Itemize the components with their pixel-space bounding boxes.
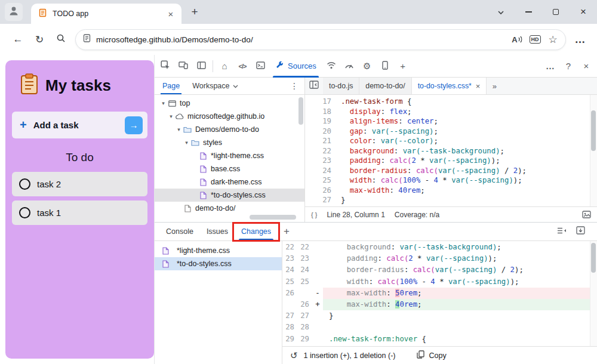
close-tab-icon[interactable]: ×: [476, 82, 481, 91]
tree-item-base.css[interactable]: base.css: [155, 162, 304, 175]
diff-lines: 2222 background: var(--task-background);…: [282, 242, 597, 345]
tree-item-Demosdemo-to-do[interactable]: ▾Demos/demo-to-do: [155, 123, 304, 136]
console-sidebar-icon[interactable]: [557, 226, 567, 237]
changed-file-label: *to-do-styles.css: [177, 260, 232, 268]
back-button[interactable]: ←: [7, 29, 29, 50]
add-drawer-tab-button[interactable]: +: [284, 226, 290, 237]
dock-drawer-icon[interactable]: [576, 226, 585, 237]
browser-window: TODO app × + × ← ↻ microsoftedge.github.…: [0, 0, 597, 364]
tree-item-top[interactable]: ▾top: [155, 97, 304, 110]
profile-button[interactable]: [5, 3, 23, 21]
refresh-button[interactable]: ↻: [29, 29, 50, 50]
line-number[interactable]: 17: [305, 97, 331, 107]
minimize-button[interactable]: [515, 0, 542, 24]
tree-item-to-do-styles.css[interactable]: *to-do-styles.css: [155, 189, 304, 202]
code-editor[interactable]: 1718192021222324252627 .new-task-form { …: [305, 95, 597, 206]
device-emulation-button[interactable]: [174, 56, 192, 76]
url-bar[interactable]: microsoftedge.github.io/Demos/demo-to-do…: [75, 29, 566, 50]
diff-line-number-new: 23: [297, 253, 312, 264]
window-close-button[interactable]: ×: [570, 0, 597, 24]
editor-tab-to-do.js[interactable]: to-do.js: [323, 78, 359, 94]
new-tab-button[interactable]: +: [186, 4, 203, 20]
diff-view[interactable]: 2222 background: var(--task-background);…: [282, 241, 597, 346]
line-number[interactable]: 18: [305, 107, 331, 117]
line-number[interactable]: 22: [305, 146, 331, 156]
browser-tab[interactable]: TODO app ×: [31, 4, 181, 24]
more-tools-button[interactable]: +: [394, 56, 412, 76]
editor-tab-demo-to-do[interactable]: demo-to-do/: [359, 78, 411, 94]
tab-sources[interactable]: Sources: [269, 55, 322, 78]
tab-page[interactable]: Page: [161, 78, 181, 94]
url-text[interactable]: microsoftedge.github.io/Demos/demo-to-do…: [96, 35, 508, 44]
tab-overflow-button[interactable]: »: [487, 78, 502, 94]
device-button[interactable]: [376, 56, 394, 76]
add-task-button[interactable]: + Add a task →: [12, 112, 147, 138]
task-checkbox[interactable]: [19, 207, 30, 218]
line-number[interactable]: 26: [305, 186, 331, 196]
tab-changes[interactable]: Changes: [235, 223, 278, 240]
clipboard-icon: [20, 73, 38, 97]
tree-item-light-theme.css[interactable]: *light-theme.css: [155, 149, 304, 162]
panel-layout-button[interactable]: [192, 56, 210, 76]
tab-console[interactable]: Console: [159, 223, 200, 240]
line-number[interactable]: 27: [305, 195, 331, 205]
submit-task-button[interactable]: →: [125, 116, 143, 134]
changed-file-light-theme.css[interactable]: *light-theme.css: [155, 244, 282, 257]
line-number[interactable]: 23: [305, 156, 331, 166]
line-number[interactable]: 24: [305, 166, 331, 176]
diff-code: border-radius: calc(var(--spacing) / 2);: [323, 264, 597, 276]
tree-item-dark-theme.css[interactable]: dark-theme.css: [155, 175, 304, 189]
browser-menu-button[interactable]: …: [570, 29, 591, 50]
tab-workspace[interactable]: Workspace: [192, 82, 238, 90]
elements-panel-button[interactable]: </>: [233, 56, 251, 76]
line-number[interactable]: 20: [305, 127, 331, 137]
diff-marker: [312, 242, 323, 253]
console-panel-button[interactable]: [251, 56, 269, 76]
scrollbar-thumb[interactable]: [591, 110, 596, 151]
line-number[interactable]: 25: [305, 175, 331, 186]
todo-section-title: To do: [12, 151, 147, 164]
scrollbar-thumb[interactable]: [298, 97, 303, 125]
scrollbar-thumb[interactable]: [591, 243, 596, 273]
diff-line-number-old: 24: [282, 264, 297, 276]
tab-issues[interactable]: Issues: [200, 223, 235, 240]
editor-tab-to-do-styles.css[interactable]: to-do-styles.css*×: [412, 78, 487, 94]
scrollbar-thumb[interactable]: [250, 215, 296, 220]
task-item[interactable]: task 1: [12, 200, 147, 225]
navigator-more-button[interactable]: ⋮: [290, 81, 298, 91]
devtools-drawer: Console Issues Changes + *light-theme.cs…: [155, 222, 597, 364]
tree-item-styles[interactable]: ▾styles: [155, 136, 304, 149]
editor-scrollbar[interactable]: [590, 95, 597, 206]
network-conditions-button[interactable]: [322, 56, 340, 76]
diff-line-number-new: 27: [297, 310, 312, 322]
read-aloud-button[interactable]: A: [508, 30, 526, 48]
copy-button[interactable]: Copy: [417, 350, 446, 360]
image-preview-icon[interactable]: [582, 211, 591, 218]
line-number[interactable]: 21: [305, 136, 331, 146]
tree-item-microsoftedge.github.io[interactable]: ▾microsoftedge.github.io: [155, 110, 304, 123]
search-button[interactable]: [50, 29, 72, 50]
diff-row: 2222 background: var(--task-background);: [282, 242, 597, 253]
settings-button[interactable]: ⚙: [358, 56, 376, 76]
maximize-button[interactable]: [542, 0, 570, 24]
tree-item-demo-to-do[interactable]: demo-to-do/: [155, 202, 304, 215]
performance-button[interactable]: [340, 56, 358, 76]
task-item[interactable]: task 2: [12, 172, 147, 196]
close-devtools-button[interactable]: ×: [577, 56, 595, 76]
revert-icon[interactable]: ↺: [290, 350, 298, 361]
inspect-element-button[interactable]: [156, 56, 174, 76]
navigator-toggle-button[interactable]: [305, 78, 323, 94]
tab-close-icon[interactable]: ×: [165, 8, 177, 20]
tab-search-button[interactable]: [487, 0, 515, 24]
diff-code: max-width: 50rem;: [323, 288, 597, 299]
welcome-panel-button[interactable]: ⌂: [216, 56, 233, 76]
pretty-print-button[interactable]: { }: [311, 211, 317, 218]
line-number[interactable]: 19: [305, 116, 331, 127]
diff-scrollbar[interactable]: [590, 241, 597, 346]
changed-file-to-do-styles.css[interactable]: *to-do-styles.css: [155, 257, 282, 270]
hd-button[interactable]: HD: [526, 30, 544, 48]
devtools-menu-button[interactable]: …: [541, 56, 559, 76]
favorite-button[interactable]: ☆: [544, 30, 562, 48]
help-button[interactable]: ?: [559, 56, 577, 76]
task-checkbox[interactable]: [19, 178, 30, 190]
